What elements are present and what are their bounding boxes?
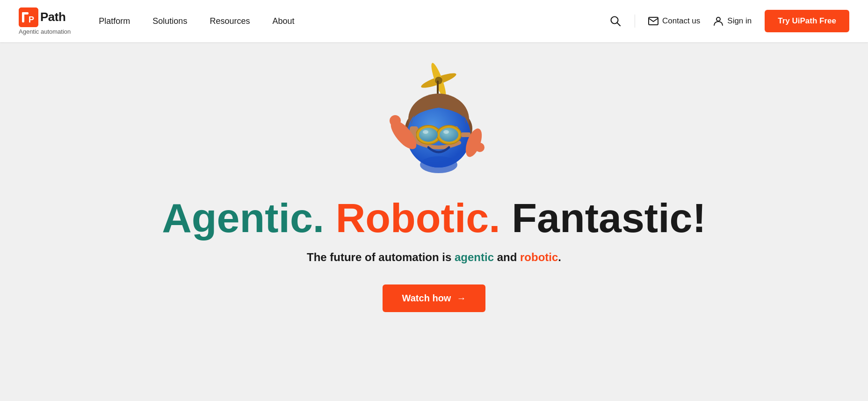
svg-line-5 — [617, 23, 621, 26]
svg-point-30 — [390, 115, 401, 126]
nav-link-platform[interactable]: Platform — [99, 16, 130, 26]
sign-in-link[interactable]: Sign in — [713, 16, 752, 26]
contact-us-link[interactable]: Contact us — [648, 16, 700, 26]
mail-icon — [648, 17, 658, 25]
try-uipath-button[interactable]: Try UiPath Free — [765, 10, 849, 32]
hero-section: Agentic. Robotic. Fantastic! The future … — [0, 42, 868, 401]
search-icon — [609, 15, 622, 27]
svg-point-23 — [440, 128, 458, 142]
logo-icon: P — [19, 7, 38, 27]
logo-link[interactable]: P Path Agentic automation — [19, 7, 71, 35]
logo-tagline: Agentic automation — [19, 28, 71, 35]
svg-rect-27 — [461, 132, 470, 137]
hero-headline: Agentic. Robotic. Fantastic! — [162, 197, 706, 240]
search-button[interactable] — [609, 15, 622, 27]
subtext-end: . — [558, 251, 561, 263]
subtext-mid: and — [494, 251, 520, 263]
contact-label: Contact us — [662, 16, 700, 26]
nav-link-resources[interactable]: Resources — [210, 16, 250, 26]
subtext-before: The future of automation is — [307, 251, 455, 263]
svg-point-32 — [420, 156, 457, 173]
logo-brand-text: Path — [40, 10, 65, 24]
svg-rect-11 — [437, 80, 439, 95]
nav-links: Platform Solutions Resources About — [99, 16, 609, 26]
headline-word-agentic: Agentic. — [162, 195, 324, 241]
user-icon — [713, 16, 723, 26]
robot-svg — [373, 56, 495, 192]
svg-rect-2 — [22, 12, 29, 15]
nav-link-solutions[interactable]: Solutions — [152, 16, 187, 26]
watch-how-label: Watch how — [402, 293, 451, 304]
nav-right: Contact us Sign in Try UiPath Free — [609, 10, 849, 32]
subtext-robotic: robotic — [520, 251, 558, 263]
svg-point-24 — [423, 130, 428, 134]
nav-link-about[interactable]: About — [272, 16, 294, 26]
nav-divider — [635, 15, 635, 28]
svg-point-7 — [716, 17, 720, 21]
navbar: P Path Agentic automation Platform Solut… — [0, 0, 868, 42]
headline-word-robotic: Robotic. — [324, 195, 500, 241]
headline-word-fantastic: Fantastic! — [500, 195, 706, 241]
robot-mascot — [373, 56, 495, 192]
svg-point-31 — [475, 143, 485, 152]
svg-text:P: P — [29, 15, 34, 24]
svg-point-25 — [443, 130, 449, 134]
svg-point-22 — [419, 128, 438, 142]
uipath-logo-svg: P — [19, 7, 38, 27]
hero-subtext: The future of automation is agentic and … — [307, 251, 561, 264]
subtext-agentic: agentic — [455, 251, 494, 263]
signin-label: Sign in — [727, 16, 752, 26]
watch-how-arrow: → — [456, 293, 466, 304]
watch-how-button[interactable]: Watch how → — [383, 284, 486, 312]
